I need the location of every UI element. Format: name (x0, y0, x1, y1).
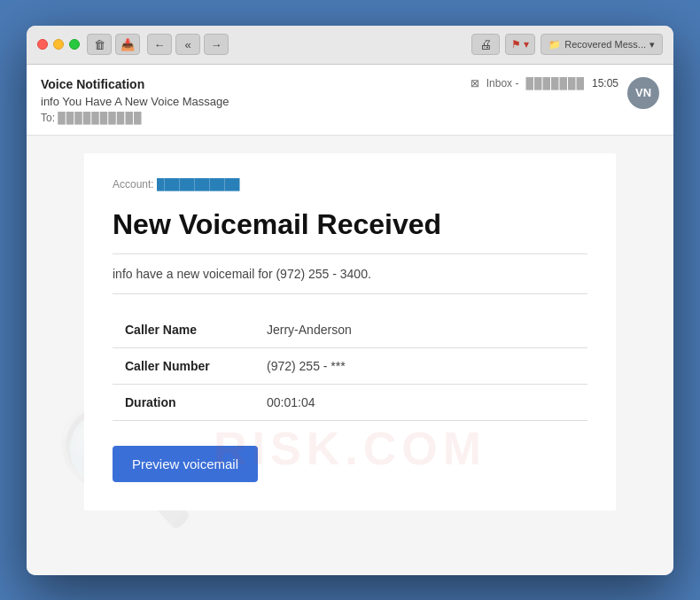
print-button[interactable]: 🖨 (471, 34, 500, 55)
table-cell-label: Duration (113, 384, 254, 420)
forward-icon: → (211, 38, 222, 51)
table-cell-value: 00:01:04 (254, 384, 587, 420)
account-line: Account: ███████████ (113, 178, 587, 191)
voicemail-title: New Voicemail Received (113, 208, 587, 254)
back-all-icon: « (184, 38, 191, 51)
table-row: Caller Number(972) 255 - *** (113, 347, 587, 384)
recovered-dropdown-icon: ▾ (649, 39, 655, 51)
printer-icon: 🖨 (479, 37, 492, 51)
account-label: Account: (113, 178, 154, 191)
email-time: 15:05 (592, 77, 618, 90)
trash-button[interactable]: 🗑 (87, 34, 112, 55)
sender-name: Voice Notification (41, 77, 229, 91)
toolbar-right: 🖨 ⚑ ▾ 📁 Recovered Mess... ▾ (471, 34, 663, 55)
forward-button[interactable]: → (204, 34, 229, 55)
email-subject: info You Have A New Voice Massage (41, 95, 229, 108)
archive-icon: 📥 (121, 38, 135, 51)
back-button[interactable]: ← (147, 34, 172, 55)
table-cell-value: Jerry-Anderson (254, 312, 587, 348)
toolbar-delete-group: 🗑 📥 (87, 34, 140, 55)
preview-voicemail-button[interactable]: Preview voicemail (113, 446, 258, 482)
recovered-folder-icon: 📁 (548, 39, 561, 51)
inbox-icon: ⊠ (471, 77, 479, 90)
email-meta: ⊠ Inbox - ███████ 15:05 (471, 77, 618, 90)
table-cell-label: Caller Name (113, 312, 254, 348)
info-table: Caller NameJerry-AndersonCaller Number(9… (113, 312, 587, 421)
email-body: 🔍 Account: ███████████ New Voicemail Rec… (27, 136, 673, 575)
account-email: ███████████ (157, 178, 240, 191)
table-row: Caller NameJerry-Anderson (113, 312, 587, 348)
table-cell-label: Caller Number (113, 347, 254, 384)
to-label: To: (41, 112, 55, 124)
sender-masked: ███████ (525, 77, 585, 90)
to-address: ██████████ (58, 112, 142, 124)
table-cell-value: (972) 255 - *** (254, 347, 587, 384)
trash-icon: 🗑 (94, 38, 105, 51)
email-window: 🗑 📥 ← « → 🖨 ⚑ ▾ (27, 26, 673, 575)
voicemail-description: info have a new voicemail for (972) 255 … (113, 267, 587, 294)
toolbar-nav-group: ← « → (147, 34, 229, 55)
recovered-label: Recovered Mess... (564, 39, 646, 50)
table-row: Duration00:01:04 (113, 384, 587, 420)
close-button[interactable] (37, 39, 48, 50)
flag-dropdown-icon: ▾ (524, 38, 529, 51)
email-info: Voice Notification info You Have A New V… (41, 77, 229, 124)
minimize-button[interactable] (53, 39, 64, 50)
title-bar: 🗑 📥 ← « → 🖨 ⚑ ▾ (27, 26, 673, 65)
avatar: VN (627, 77, 659, 109)
email-body-inner: Account: ███████████ New Voicemail Recei… (84, 153, 616, 510)
back-all-button[interactable]: « (175, 34, 200, 55)
flag-icon: ⚑ (511, 38, 521, 51)
maximize-button[interactable] (69, 39, 80, 50)
recovered-button[interactable]: 📁 Recovered Mess... ▾ (541, 34, 663, 55)
archive-button[interactable]: 📥 (115, 34, 140, 55)
flag-button[interactable]: ⚑ ▾ (505, 34, 535, 55)
back-icon: ← (154, 38, 166, 51)
traffic-lights (37, 39, 80, 50)
inbox-label: Inbox - (486, 77, 519, 90)
email-header: Voice Notification info You Have A New V… (27, 65, 673, 136)
email-to: To: ██████████ (41, 112, 229, 124)
